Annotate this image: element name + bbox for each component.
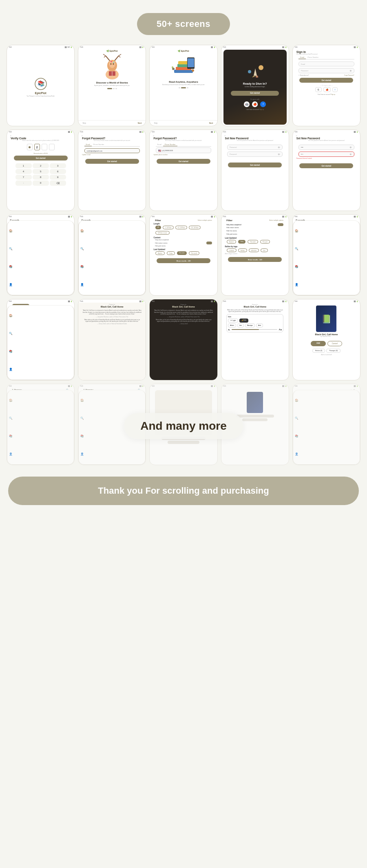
phone-field[interactable]: 🇺🇸 (+2) 3938 2223	[156, 147, 212, 153]
nav-search[interactable]: 🔍	[295, 417, 358, 420]
key-6[interactable]: 6	[50, 169, 66, 174]
next-btn2[interactable]: Next	[209, 122, 213, 124]
mode-dark[interactable]: 🌙 Dark	[239, 319, 248, 323]
nav-profile[interactable]: 👤	[9, 283, 72, 286]
nav-library[interactable]: 📚	[80, 265, 144, 268]
pw1-field[interactable]: •••• 👁	[298, 145, 354, 150]
verify-btn[interactable]: Get started	[14, 156, 68, 160]
password-input[interactable]: Password 👁	[298, 68, 354, 73]
tag-love2[interactable]: love	[261, 248, 268, 252]
update-email-link[interactable]: Update email	[80, 154, 91, 156]
nav-profile[interactable]: 👤	[80, 453, 144, 456]
show-results-btn2[interactable]: Show results - 120	[228, 257, 282, 262]
nav-library[interactable]: 📚	[9, 350, 72, 353]
forgot1-btn[interactable]: Get started	[85, 159, 139, 164]
nav-search[interactable]: 🔍	[9, 417, 72, 420]
otp-2[interactable]: 2	[34, 144, 40, 150]
font-slider[interactable]	[232, 329, 277, 330]
add-btn[interactable]: Add	[311, 341, 326, 346]
key-7[interactable]: 7	[15, 175, 32, 180]
tag-adventure2[interactable]: adventure	[249, 248, 259, 252]
forgot2-btn[interactable]: Get started	[157, 159, 210, 164]
update-today2[interactable]: Today	[238, 240, 245, 244]
tab-email2[interactable]: Email	[156, 143, 163, 146]
email-field[interactable]: orchidglu@gmail.com	[84, 148, 140, 153]
nav-profile[interactable]: 👤	[295, 283, 358, 286]
google-btn[interactable]: G	[315, 87, 322, 92]
show-results-btn[interactable]: Show results - 120	[157, 258, 210, 263]
pw2-field[interactable]: •• • 👁	[298, 152, 354, 157]
no-account-link[interactable]: I don't have an account? Sign up	[246, 109, 264, 110]
key-9[interactable]: 9	[50, 175, 66, 180]
otp-1[interactable]	[27, 144, 33, 150]
otp-3[interactable]	[42, 144, 47, 150]
update-month[interactable]: This month	[189, 251, 200, 255]
shelf-option-2[interactable]: Passages (0)	[326, 349, 340, 353]
admire-btn[interactable]: Admire	[228, 323, 236, 327]
nav-home[interactable]: 🏠	[9, 399, 72, 402]
key-2[interactable]: 2	[33, 163, 49, 168]
confirm-password-field[interactable]: Password 👁	[227, 152, 283, 157]
nav-library-act[interactable]: 📚	[9, 435, 72, 438]
nav-profile[interactable]: 👤	[9, 453, 72, 456]
nav-search[interactable]: 🔍	[9, 247, 72, 251]
get-started-btn[interactable]: Get started	[231, 91, 279, 96]
macrotype-btn[interactable]: Macrotype	[245, 323, 255, 327]
update-phone-link[interactable]: Update phone number	[152, 154, 168, 156]
key-4[interactable]: 4	[15, 169, 32, 174]
update-anytime[interactable]: Anytime	[155, 251, 165, 255]
android-icon[interactable]: 🤖	[244, 101, 250, 107]
key-0[interactable]: 0	[33, 180, 49, 186]
fb-btn[interactable]: f	[332, 87, 338, 92]
key-del[interactable]: ⌫	[50, 180, 66, 186]
apple-btn[interactable]: 🍎	[323, 87, 331, 92]
skip-btn[interactable]: Skip	[82, 122, 86, 124]
remember-me[interactable]: ☐ Remember me?	[298, 75, 309, 76]
length-20-50[interactable]: 20 - 50 Parts	[189, 226, 201, 229]
update-today[interactable]: Today	[167, 251, 175, 255]
setnew2-btn[interactable]: Get started	[299, 163, 353, 168]
nav-profile-act[interactable]: 👤	[295, 453, 358, 456]
update-week2[interactable]: This week	[248, 240, 258, 244]
tab-email[interactable]: Email	[84, 143, 92, 146]
tag-romance2[interactable]: romance	[227, 248, 237, 252]
tag-fantasy2[interactable]: fantasy	[238, 248, 247, 252]
cancel-btn[interactable]: Cancel	[327, 341, 342, 346]
length-50plus[interactable]: 50 Parts or more	[155, 231, 169, 235]
nav-library[interactable]: 📚	[295, 435, 358, 438]
key-1[interactable]: 1	[15, 163, 32, 168]
nav-search-act[interactable]: 🔍	[80, 247, 144, 251]
inter-btn[interactable]: Inter	[237, 323, 244, 327]
key-3[interactable]: 3	[50, 163, 66, 168]
toggle-completed[interactable]	[278, 223, 283, 226]
new-password-field[interactable]: Password 👁	[227, 145, 283, 150]
mode-light[interactable]: ☀ Light	[228, 319, 238, 323]
nav-profile[interactable]: 👤	[80, 283, 144, 286]
length-1-10[interactable]: 1 - 10 Parts	[163, 226, 174, 229]
nav-home[interactable]: 🏠	[9, 314, 72, 317]
nav-home[interactable]: 🏠	[9, 229, 72, 233]
nav-library[interactable]: 📚	[9, 265, 72, 268]
key-8[interactable]: 8	[33, 175, 49, 180]
skip-btn2[interactable]: Skip	[154, 122, 157, 124]
nav-search[interactable]: 🔍	[9, 332, 72, 335]
add-tag-input[interactable]: Add a tag to search	[223, 253, 237, 255]
apple-icon[interactable]: 🍎	[252, 101, 258, 107]
update-year2[interactable]: This year	[260, 240, 270, 244]
nav-home[interactable]: 🏠	[295, 229, 358, 233]
nav-library[interactable]: 📚	[295, 265, 358, 268]
shelf-option-1[interactable]: Shelves (0)	[312, 349, 325, 353]
tab-phone[interactable]: Phone Number	[306, 56, 320, 59]
no-account-signin[interactable]: I don't have an account? Sign up	[318, 94, 336, 95]
signin-btn[interactable]: Get started	[299, 78, 353, 83]
key-5[interactable]: 5	[33, 169, 49, 174]
toggle-mature[interactable]	[206, 242, 212, 244]
length-all[interactable]: All	[155, 226, 161, 229]
tab-email[interactable]: Email	[298, 56, 306, 59]
update-week[interactable]: This week	[177, 251, 187, 255]
update-anytime2[interactable]: Anytime	[227, 240, 236, 244]
next-btn[interactable]: Next	[138, 122, 142, 124]
nav-profile[interactable]: 👤	[9, 368, 72, 371]
otp-4[interactable]	[49, 144, 55, 150]
forgot-pw-link[interactable]: Forgot Password?	[344, 75, 354, 76]
